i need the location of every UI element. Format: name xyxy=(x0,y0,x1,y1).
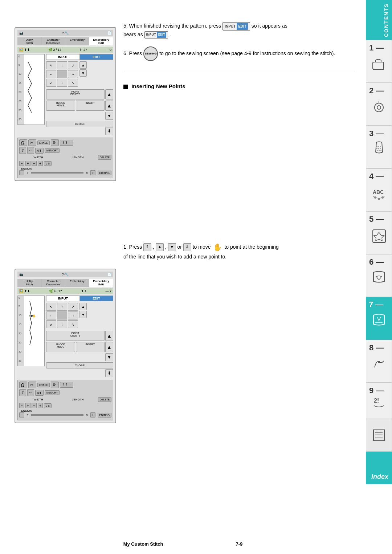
arrow-down-down-btn[interactable]: ⇓ xyxy=(183,243,191,251)
sidebar-tab-3[interactable]: 3 — xyxy=(366,126,392,168)
sidebar-tab-6[interactable]: 6 — xyxy=(366,254,392,297)
arrow-btn-ne[interactable]: ↗ xyxy=(68,61,78,69)
stitch-num-btn-2[interactable]: 4⬆ xyxy=(35,390,44,396)
sewing-btn-inline[interactable]: SEWING xyxy=(143,46,158,61)
ls-btn-2[interactable]: L-S xyxy=(44,403,52,408)
input-edit-btn-inline-2[interactable]: INPUT EDIT xyxy=(144,31,168,38)
arrow-btn-e-2[interactable]: → xyxy=(68,311,78,319)
pattern-btn-5[interactable]: ✂ xyxy=(28,382,36,388)
plus-l-btn[interactable]: + xyxy=(38,161,43,166)
down-arrow-btn[interactable]: ▼ xyxy=(105,112,113,120)
bottom-down-btn[interactable]: ⬇ xyxy=(105,127,113,135)
sidebar-tab-7[interactable]: 7 — xyxy=(366,297,392,340)
up-small-btn-2[interactable]: ▲ xyxy=(105,342,113,352)
arrow-btn-sw-2[interactable]: ↙ xyxy=(46,320,56,328)
arrow-btn-s-2[interactable]: ↓ xyxy=(57,320,67,328)
memory-btn-2[interactable]: MEMORY xyxy=(45,390,60,395)
top-arrow-btn-2[interactable]: ▲ xyxy=(105,331,113,341)
minus-l-btn[interactable]: − xyxy=(32,161,37,166)
bottom-down-btn-2[interactable]: ⬇ xyxy=(105,369,113,377)
pattern-btn-6[interactable]: ⚙ xyxy=(51,382,59,388)
nav-tab-character-2[interactable]: CharacterDecorative xyxy=(41,279,65,287)
close-btn-1[interactable]: CLOSE xyxy=(46,121,113,127)
nav-tab-edit[interactable]: EmbroideryEdit xyxy=(89,37,113,45)
nav-tab-utility-2[interactable]: UtilityStitch xyxy=(17,279,41,287)
nav-tab-embroidery[interactable]: Embroidery xyxy=(65,37,89,45)
sidebar-tab-notes[interactable] xyxy=(366,419,392,452)
side-up-btn-2[interactable]: ▲ xyxy=(79,303,87,310)
sidebar-tab-2[interactable]: 2 — xyxy=(366,83,392,126)
top-arrow-btn[interactable]: ▲ xyxy=(105,89,113,99)
arrow-up-btn[interactable]: ▲ xyxy=(156,243,164,251)
tension-plus-btn-2[interactable]: + xyxy=(90,412,95,417)
arrow-btn-n-2[interactable]: ↑ xyxy=(57,303,67,311)
arrow-btn-nw-2[interactable]: ↖ xyxy=(46,303,56,311)
input-label-2[interactable]: INPUT xyxy=(46,296,80,301)
arrow-up-up-btn[interactable]: ⇑ xyxy=(143,243,151,251)
edit-label-2[interactable]: EDIT xyxy=(80,296,113,301)
edit-label-1[interactable]: EDIT xyxy=(80,54,113,60)
tension-plus-btn[interactable]: + xyxy=(90,170,95,175)
arrow-btn-w-2[interactable]: ← xyxy=(46,311,56,319)
nav-tab-utility[interactable]: UtilityStitch xyxy=(17,37,41,45)
insert-btn-2[interactable]: INSERT xyxy=(76,342,105,352)
side-down-btn-2[interactable]: ▼ xyxy=(79,311,87,318)
point-delete-btn-2[interactable]: POINTDELETE xyxy=(46,331,105,341)
plus-l-btn-2[interactable]: + xyxy=(38,403,43,408)
nav-left-btn[interactable]: ⇧ xyxy=(19,147,26,154)
stitch-pattern-btn-2[interactable]: ⋮⋮⋮ xyxy=(60,382,73,388)
pattern-btn-2[interactable]: ✂ xyxy=(28,139,36,146)
input-edit-btn-inline-1[interactable]: INPUT EDIT xyxy=(222,22,250,30)
sidebar-tab-9[interactable]: 9 — 2! xyxy=(366,383,392,419)
arrow-btn-w[interactable]: ← xyxy=(46,70,56,78)
arrow-btn-se[interactable]: ↘ xyxy=(68,79,78,87)
erase-btn[interactable]: ERASE xyxy=(37,140,50,145)
contents-tab[interactable]: CONTENTS xyxy=(366,0,392,40)
nav-center-btn[interactable]: ⇦ xyxy=(27,147,34,154)
arrow-btn-sw[interactable]: ↙ xyxy=(46,79,56,87)
tension-minus-btn[interactable]: − xyxy=(19,170,24,175)
close-btn-2[interactable]: CLOSE xyxy=(46,362,113,368)
memory-btn[interactable]: MEMORY xyxy=(45,148,60,153)
nav-tab-edit-2[interactable]: EmbroideryEdit xyxy=(89,279,113,287)
sidebar-tab-8[interactable]: 8 — xyxy=(366,340,392,383)
down-arrow-btn-2[interactable]: ▼ xyxy=(105,353,113,361)
minus-w-btn-2[interactable]: − xyxy=(19,403,24,408)
sidebar-tab-4[interactable]: 4 — ABC xyxy=(366,168,392,211)
arrow-btn-n[interactable]: ↑ xyxy=(57,61,67,69)
sidebar-tab-index[interactable]: Index xyxy=(366,452,392,484)
block-move-btn-2[interactable]: BLOCKMOVE xyxy=(46,342,75,352)
minus-w-btn[interactable]: − xyxy=(19,161,24,166)
editing-btn-2[interactable]: EDITING xyxy=(98,413,111,417)
tension-slider-2[interactable] xyxy=(31,414,83,416)
erase-btn-2[interactable]: ERASE xyxy=(37,383,50,387)
stitch-pattern-btn[interactable]: ⋮⋮⋮ xyxy=(60,140,73,146)
up-small-btn[interactable]: ▲ xyxy=(105,101,113,111)
side-down-btn[interactable]: ▼ xyxy=(79,69,87,77)
editing-btn[interactable]: EDITING xyxy=(98,171,111,175)
tension-minus-btn-2[interactable]: − xyxy=(19,412,24,417)
point-delete-btn[interactable]: POINTDELETE xyxy=(46,89,105,99)
nav-center-btn-2[interactable]: ⇦ xyxy=(27,389,34,396)
arrow-btn-se-2[interactable]: ↘ xyxy=(68,320,78,328)
arrow-down-btn[interactable]: ▼ xyxy=(168,243,176,251)
arrow-btn-s[interactable]: ↓ xyxy=(57,79,67,87)
sidebar-tab-5[interactable]: 5 — xyxy=(366,211,392,254)
pattern-btn-1[interactable]: Ω xyxy=(19,139,27,146)
arrow-btn-nw[interactable]: ↖ xyxy=(46,61,56,69)
arrow-btn-e[interactable]: → xyxy=(68,70,78,78)
delete-btn-1[interactable]: DELETE xyxy=(98,155,111,160)
pattern-btn-3[interactable]: ⚙ xyxy=(51,139,59,146)
stitch-num-btn[interactable]: 4⬆ xyxy=(35,148,44,154)
block-move-btn[interactable]: BLOCKMOVE xyxy=(46,101,75,111)
delete-btn-2[interactable]: DELETE xyxy=(98,397,111,402)
insert-btn[interactable]: INSERT xyxy=(76,101,105,111)
ls-btn[interactable]: L-S xyxy=(44,161,52,166)
nav-tab-character[interactable]: CharacterDecorative xyxy=(41,37,65,45)
minus-l-btn-2[interactable]: − xyxy=(32,403,37,408)
plus-w-btn-2[interactable]: + xyxy=(25,403,30,408)
input-label-1[interactable]: INPUT xyxy=(46,54,80,60)
nav-tab-embroidery-2[interactable]: Embroidery xyxy=(65,279,89,287)
nav-left-btn-2[interactable]: ⇧ xyxy=(19,389,26,396)
arrow-btn-ne-2[interactable]: ↗ xyxy=(68,303,78,311)
